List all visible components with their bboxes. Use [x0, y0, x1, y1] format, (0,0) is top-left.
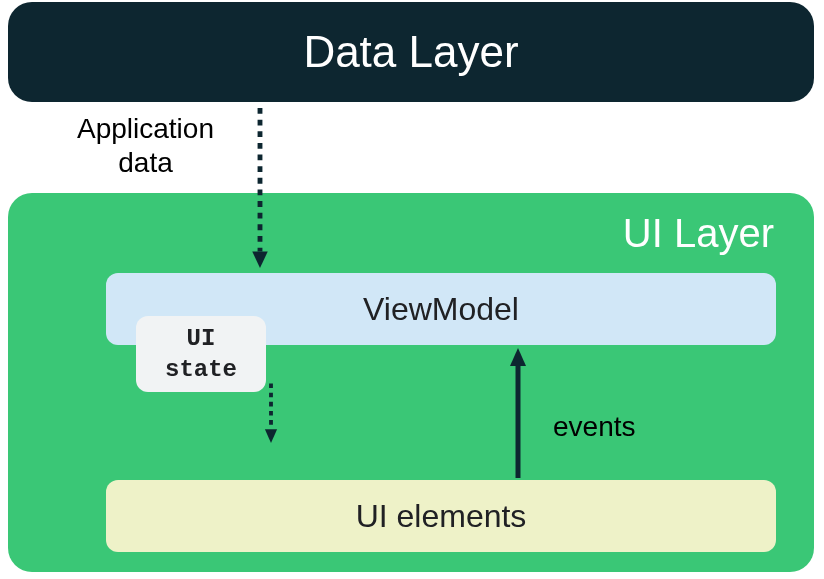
arrow-up-icon	[508, 348, 528, 478]
ui-layer-label: UI Layer	[623, 211, 774, 256]
ui-state-label: UI state	[165, 323, 237, 385]
ui-elements-label: UI elements	[356, 498, 527, 535]
svg-marker-1	[252, 252, 268, 268]
ui-elements-box: UI elements	[106, 480, 776, 552]
data-layer-label: Data Layer	[303, 27, 518, 77]
ui-state-box: UI state	[136, 316, 266, 392]
svg-marker-3	[265, 429, 277, 443]
ui-layer-box: UI Layer ViewModel UI state events UI el…	[8, 193, 814, 572]
data-layer-box: Data Layer	[8, 2, 814, 102]
application-data-label: Application data	[77, 112, 214, 179]
arrow-down-icon	[250, 108, 270, 268]
svg-marker-5	[510, 348, 526, 366]
viewmodel-label: ViewModel	[363, 291, 519, 328]
events-label: events	[553, 411, 636, 443]
